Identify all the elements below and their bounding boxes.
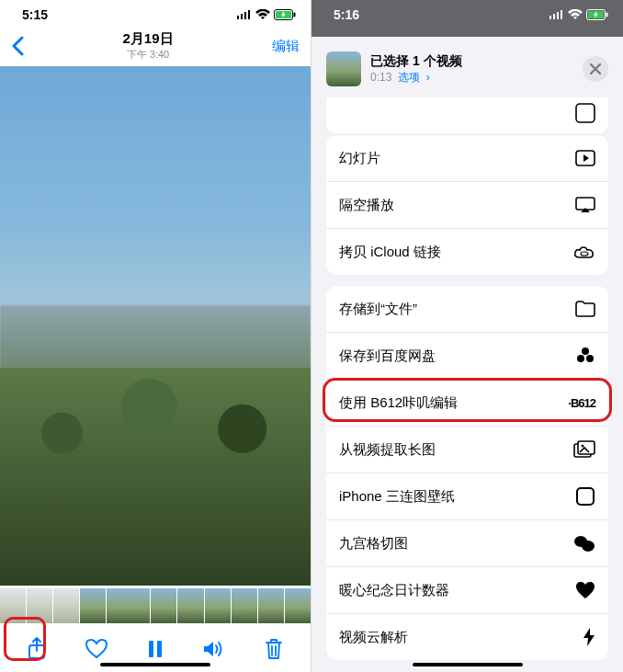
photo-date: 2月19日	[24, 30, 272, 48]
video-duration: 0:13	[370, 71, 391, 84]
signal-icon	[237, 10, 252, 19]
video-scrubber[interactable]	[0, 586, 311, 626]
share-sheet-header: 已选择 1 个视频 0:13 选项 ›	[317, 40, 617, 97]
action-slideshow[interactable]: 幻灯片	[326, 135, 608, 182]
selected-subtitle: 0:13 选项 ›	[370, 70, 462, 85]
status-time: 5:16	[334, 7, 359, 22]
selected-video-thumbnail	[326, 51, 361, 86]
action-b612-edit[interactable]: 使用 B612咔叽编辑 ·B612	[326, 380, 608, 427]
svg-point-21	[582, 347, 589, 355]
play-rect-icon	[575, 150, 595, 166]
action-label: iPhone 三连图壁纸	[339, 488, 455, 506]
status-bar: 5:15	[0, 0, 311, 26]
thumb[interactable]	[151, 588, 176, 623]
edit-button[interactable]: 编辑	[272, 38, 300, 55]
thumb[interactable]	[80, 588, 106, 623]
signal-icon	[549, 10, 564, 19]
action-list-scroll[interactable]: 幻灯片 隔空播放 拷贝 iCloud 链接 存储到“文件”	[317, 97, 617, 672]
icloud-link-icon	[573, 245, 595, 259]
action-iphone-triple[interactable]: iPhone 三连图壁纸	[326, 473, 608, 520]
action-nine-grid[interactable]: 九宫格切图	[326, 520, 608, 567]
thumb[interactable]	[285, 588, 311, 623]
action-anniversary[interactable]: 暖心纪念日计数器	[326, 567, 608, 614]
action-baidu-pan[interactable]: 保存到百度网盘	[326, 333, 608, 380]
bolt-icon	[583, 627, 595, 647]
thumb[interactable]	[27, 588, 52, 623]
action-label: 九宫格切图	[339, 535, 408, 552]
trash-button[interactable]	[255, 631, 292, 667]
svg-rect-3	[248, 10, 250, 19]
right-phone-share-sheet: 5:16 已选择 1 个视频 0:13 选项 ›	[312, 0, 623, 672]
action-group-1: 幻灯片 隔空播放 拷贝 iCloud 链接	[326, 135, 608, 275]
svg-rect-9	[157, 641, 162, 657]
airplay-icon	[575, 197, 595, 213]
thumb[interactable]	[53, 588, 79, 623]
svg-rect-17	[576, 104, 595, 122]
action-label: 使用 B612咔叽编辑	[339, 394, 458, 412]
action-video-cloud[interactable]: 视频云解析	[326, 614, 608, 660]
action-label: 幻灯片	[339, 150, 380, 167]
thumb-current[interactable]	[107, 588, 150, 623]
like-button[interactable]	[78, 631, 115, 667]
share-sheet: 已选择 1 个视频 0:13 选项 › 幻灯片	[317, 40, 617, 672]
svg-point-22	[577, 355, 584, 362]
thumb[interactable]	[177, 588, 203, 623]
action-label: 拷贝 iCloud 链接	[339, 244, 441, 261]
volume-button[interactable]	[196, 631, 232, 667]
battery-charging-icon	[274, 9, 296, 20]
chevron-right-icon: ›	[423, 71, 429, 84]
action-label: 隔空播放	[339, 197, 394, 214]
thumb[interactable]	[232, 588, 257, 623]
battery-charging-icon	[586, 9, 608, 20]
thumb[interactable]	[0, 588, 26, 623]
wifi-icon	[568, 9, 583, 20]
svg-point-26	[582, 445, 584, 448]
svg-rect-2	[244, 12, 246, 19]
photo-viewer[interactable]	[0, 66, 311, 586]
action-row-peek[interactable]	[326, 97, 608, 135]
images-icon	[573, 440, 595, 459]
options-link[interactable]: 选项	[398, 71, 420, 84]
thumb[interactable]	[205, 588, 231, 623]
folder-icon	[575, 301, 595, 317]
action-label: 暖心纪念日计数器	[339, 582, 449, 599]
status-icons	[549, 9, 608, 20]
wechat-icon	[573, 534, 595, 552]
action-airplay[interactable]: 隔空播放	[326, 182, 608, 229]
action-group-2: 存储到“文件” 保存到百度网盘 使用 B612咔叽编辑 ·B612 从视频提取长…	[326, 286, 608, 660]
action-label: 从视频提取长图	[339, 441, 436, 459]
photo-time: 下午 3:40	[24, 48, 272, 62]
close-button[interactable]	[583, 56, 608, 82]
photo-title-area: 2月19日 下午 3:40	[24, 30, 272, 62]
action-icloud-link[interactable]: 拷贝 iCloud 链接	[326, 229, 608, 275]
svg-rect-10	[549, 16, 551, 19]
selected-info: 已选择 1 个视频 0:13 选项 ›	[370, 53, 462, 85]
back-button[interactable]	[11, 36, 24, 56]
left-phone-photos-detail: 5:15 2月19日 下午 3:40 编辑	[0, 0, 312, 672]
baidu-pan-icon	[575, 347, 595, 365]
thumb[interactable]	[258, 588, 284, 623]
svg-rect-12	[557, 12, 559, 19]
svg-rect-8	[149, 641, 153, 657]
status-icons	[237, 9, 296, 20]
action-label: 视频云解析	[339, 629, 408, 646]
svg-rect-27	[577, 488, 594, 505]
action-save-to-files[interactable]: 存储到“文件”	[326, 286, 608, 333]
square-icon	[575, 486, 595, 507]
svg-rect-5	[294, 13, 296, 17]
share-button[interactable]	[18, 631, 55, 667]
b612-icon: ·B612	[568, 396, 595, 410]
svg-rect-11	[553, 14, 555, 19]
svg-rect-13	[561, 10, 562, 19]
close-icon	[590, 63, 601, 74]
heart-icon	[575, 581, 595, 599]
home-indicator	[100, 663, 210, 666]
status-bar: 5:16	[312, 0, 623, 26]
svg-point-29	[582, 541, 595, 552]
home-indicator	[413, 663, 523, 666]
action-extract-long-image[interactable]: 从视频提取长图	[326, 427, 608, 473]
pause-button[interactable]	[137, 631, 174, 667]
photo-detail-header: 2月19日 下午 3:40 编辑	[0, 26, 311, 66]
svg-point-23	[586, 355, 594, 362]
svg-rect-0	[237, 16, 239, 19]
